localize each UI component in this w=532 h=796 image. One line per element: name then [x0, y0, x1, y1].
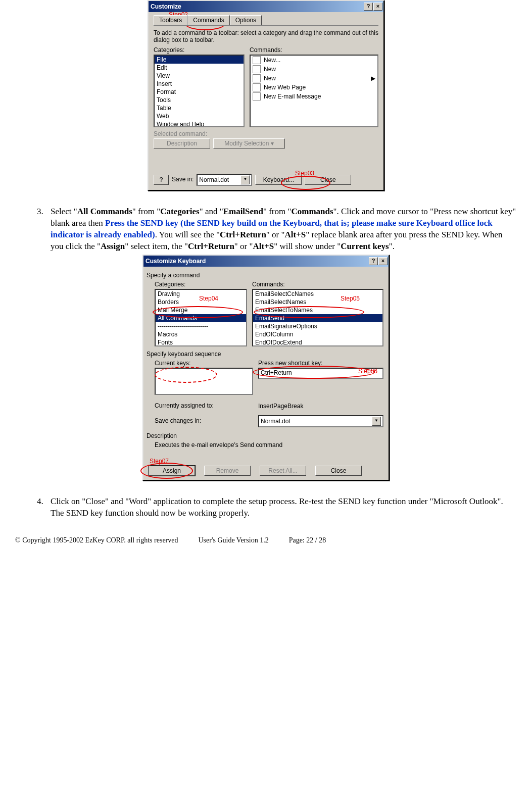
customize-dialog: Customize ? × Step02 Toolbars Commands O…	[148, 0, 384, 191]
list-item[interactable]: EmailSelectCcNames	[253, 290, 382, 298]
dialog-title: Customize Keyboard	[146, 258, 206, 265]
tab-toolbars[interactable]: Toolbars	[154, 15, 187, 25]
list-item[interactable]: EmailSignatureOptions	[253, 322, 382, 330]
list-item[interactable]: View	[155, 72, 244, 80]
step05-label: Step05	[341, 295, 360, 302]
list-item[interactable]: Mail Merge	[156, 306, 246, 314]
list-item[interactable]: Insert	[155, 80, 244, 88]
list-item[interactable]: EndOfDocExtend	[253, 338, 382, 346]
save-changes-label: Save changes in:	[155, 417, 253, 424]
commands-label: Commands:	[250, 46, 378, 54]
list-item[interactable]: New	[251, 65, 377, 74]
step04-label: Step04	[199, 295, 218, 302]
web-icon	[253, 83, 261, 91]
chevron-down-icon: ▼	[240, 175, 250, 184]
list-item[interactable]: Table	[155, 104, 244, 112]
commands-label: Commands:	[252, 281, 383, 288]
modify-selection-button: Modify Selection ▾	[213, 138, 285, 148]
assigned-to-value: InsertPageBreak	[258, 403, 303, 410]
instruction-list: Click on "Close" and "Word" application …	[15, 496, 517, 519]
commands-listbox[interactable]: EmailSelectCcNames EmailSelectNames Emai…	[252, 289, 383, 346]
list-item[interactable]: Format	[155, 88, 244, 96]
list-item[interactable]: EmailSelectNames	[253, 298, 382, 306]
list-item[interactable]: New▶	[251, 74, 377, 83]
categories-listbox[interactable]: File Edit View Insert Format Tools Table…	[154, 55, 245, 127]
specify-keyboard-label: Specify keyboard sequence	[147, 351, 383, 358]
remove-button: Remove	[204, 466, 251, 476]
help-button[interactable]: ?	[369, 257, 378, 265]
hint-text: To add a command to a toolbar: select a …	[154, 29, 378, 43]
footer-guide: User's Guide Version 1.2	[199, 536, 269, 544]
savein-label: Save in:	[172, 176, 194, 183]
instruction-list: Select "All Commands" from "Categories" …	[15, 206, 517, 253]
close-icon[interactable]: ×	[373, 3, 382, 11]
instruction-step-3: Select "All Commands" from "Categories" …	[45, 206, 517, 253]
categories-label: Categories:	[155, 281, 247, 288]
title-bar: Customize ? ×	[149, 1, 383, 12]
list-item[interactable]: Macros	[156, 330, 246, 338]
list-item[interactable]: New...	[251, 56, 377, 65]
title-bar: Customize Keyboard ? ×	[143, 256, 389, 267]
categories-label: Categories:	[154, 46, 245, 54]
list-item[interactable]: Tools	[155, 96, 244, 104]
instruction-step-4: Click on "Close" and "Word" application …	[45, 496, 517, 519]
commands-listbox[interactable]: New... New New▶ New Web Page New E-mail …	[250, 55, 378, 127]
customize-keyboard-dialog: Customize Keyboard ? × Specify a command…	[142, 255, 390, 481]
press-new-key-label: Press new shortcut key:	[258, 360, 383, 367]
dialog-title: Customize	[151, 3, 181, 10]
assign-button[interactable]: Assign	[149, 466, 195, 476]
specify-command-label: Specify a command	[147, 272, 383, 279]
file-icon	[253, 74, 261, 82]
list-item[interactable]: Edit	[155, 64, 244, 72]
list-item[interactable]: Window and Help	[155, 120, 244, 127]
file-icon	[253, 65, 261, 73]
save-changes-dropdown[interactable]: Normal.dot ▼	[258, 415, 383, 427]
list-item[interactable]: EndOfColumn	[253, 330, 382, 338]
page-footer: © Copyright 1995-2002 EzKey CORP. all ri…	[15, 521, 517, 550]
list-item[interactable]: All Commands	[156, 314, 246, 322]
step03-label: Step03	[295, 170, 314, 177]
tabs: Toolbars Commands Options	[154, 15, 378, 25]
list-item[interactable]: Web	[155, 112, 244, 120]
help-icon[interactable]: ?	[154, 175, 169, 185]
description-label: Description	[147, 432, 383, 439]
description-button: Description	[154, 138, 210, 148]
description-value: Executes the e-mail envelope's Send comm…	[155, 441, 383, 449]
current-keys-listbox[interactable]	[155, 368, 253, 395]
help-button[interactable]: ?	[364, 3, 373, 11]
assigned-to-label: Currently assigned to:	[155, 402, 253, 409]
reset-all-button: Reset All...	[260, 466, 306, 476]
list-item[interactable]: Fonts	[156, 338, 246, 346]
list-item[interactable]: EmailSend	[253, 314, 382, 322]
list-item[interactable]: New E-mail Message	[251, 92, 377, 101]
tab-commands[interactable]: Commands	[187, 15, 229, 25]
submenu-arrow-icon: ▶	[371, 75, 375, 82]
step06-label: Step06	[358, 368, 377, 375]
list-item[interactable]: New Web Page	[251, 83, 377, 92]
step07-label: Step07	[150, 458, 169, 465]
savein-dropdown[interactable]: Normal.dot ▼	[197, 174, 252, 186]
list-item[interactable]: EmailSelectToNames	[253, 306, 382, 314]
file-icon	[253, 56, 261, 64]
close-button[interactable]: Close	[315, 466, 362, 476]
mail-icon	[253, 92, 261, 101]
footer-page: Page: 22 / 28	[289, 536, 326, 544]
tab-options[interactable]: Options	[230, 15, 262, 25]
chevron-down-icon: ▼	[372, 417, 381, 426]
footer-copyright: © Copyright 1995-2002 EzKey CORP. all ri…	[15, 536, 178, 544]
close-icon[interactable]: ×	[378, 257, 388, 265]
list-item[interactable]: File	[155, 56, 244, 64]
list-item[interactable]: -------------------------	[156, 322, 246, 330]
selected-command-label: Selected command:	[154, 130, 378, 137]
current-keys-label: Current keys:	[155, 360, 253, 367]
